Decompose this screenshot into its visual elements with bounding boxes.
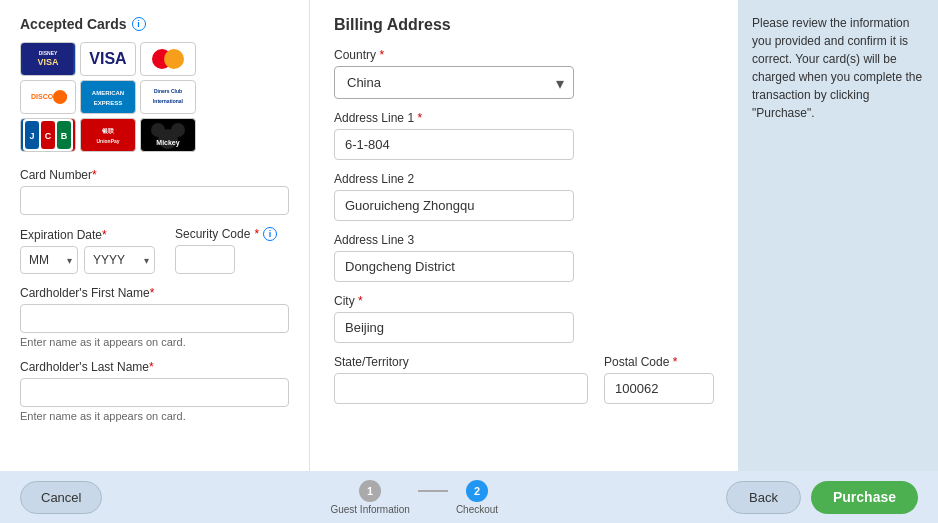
postal-code-input[interactable] [604, 373, 714, 404]
svg-point-24 [151, 123, 165, 137]
state-postal-row: State/Territory Postal Code * [334, 355, 714, 404]
cardholder-first-name-label: Cardholder's First Name* [20, 286, 289, 300]
svg-text:J: J [29, 131, 34, 141]
purchase-button[interactable]: Purchase [811, 481, 918, 514]
accepted-cards-title: Accepted Cards i [20, 16, 289, 32]
svg-text:AMERICAN: AMERICAN [92, 90, 124, 96]
svg-rect-9 [143, 81, 193, 113]
checkout-circle: 2 [466, 480, 488, 502]
expiration-group: Expiration Date* MM 010203 040506 070809… [20, 228, 155, 274]
svg-rect-19 [83, 119, 133, 151]
tooltip-text: Please review the information you provid… [752, 16, 922, 120]
discover-card-logo: DISCOVER [20, 80, 76, 114]
address-line2-label: Address Line 2 [334, 172, 714, 186]
progress-bar: 1 Guest Information 2 Checkout [330, 480, 498, 515]
expiration-dropdowns: MM 010203 040506 070809 101112 ▾ YYYY 20… [20, 246, 155, 274]
country-select[interactable]: China United States Japan United Kingdom… [334, 66, 574, 99]
month-select[interactable]: MM 010203 040506 070809 101112 [20, 246, 78, 274]
last-name-hint: Enter name as it appears on card. [20, 410, 289, 422]
cardholder-last-name-label: Cardholder's Last Name* [20, 360, 289, 374]
card-number-group: Card Number* [20, 168, 289, 215]
cardholder-first-name-input[interactable] [20, 304, 289, 333]
right-panel: Billing Address Country * China United S… [310, 0, 738, 471]
back-button[interactable]: Back [726, 481, 801, 514]
city-input[interactable] [334, 312, 574, 343]
svg-text:DISNEY: DISNEY [39, 50, 58, 56]
svg-point-25 [171, 123, 185, 137]
city-group: City * [334, 294, 714, 343]
address-line2-input[interactable] [334, 190, 574, 221]
address-line3-group: Address Line 3 [334, 233, 714, 282]
address-line1-label: Address Line 1 * [334, 111, 714, 125]
svg-text:VISA: VISA [37, 57, 59, 67]
country-label: Country * [334, 48, 714, 62]
security-code-label-row: Security Code* i [175, 227, 289, 241]
unionpay-card-logo: 银联 UnionPay [80, 118, 136, 152]
state-territory-input[interactable] [334, 373, 588, 404]
svg-point-5 [53, 90, 67, 104]
guest-info-circle: 1 [359, 480, 381, 502]
postal-code-label: Postal Code * [604, 355, 714, 369]
address-line3-input[interactable] [334, 251, 574, 282]
card-number-label: Card Number* [20, 168, 289, 182]
city-label: City * [334, 294, 714, 308]
amex-card-logo: AMERICAN EXPRESS [80, 80, 136, 114]
mastercard-card-logo [140, 42, 196, 76]
state-territory-label: State/Territory [334, 355, 588, 369]
cardholder-first-name-group: Cardholder's First Name* Enter name as i… [20, 286, 289, 348]
guest-info-label: Guest Information [330, 504, 409, 515]
address-line3-label: Address Line 3 [334, 233, 714, 247]
svg-text:B: B [61, 131, 68, 141]
address-line1-group: Address Line 1 * [334, 111, 714, 160]
postal-code-group: Postal Code * [604, 355, 714, 404]
cancel-button[interactable]: Cancel [20, 481, 102, 514]
accepted-cards-info-icon[interactable]: i [132, 17, 146, 31]
year-select[interactable]: YYYY 202420252026 202720282029 [84, 246, 155, 274]
svg-rect-6 [83, 81, 133, 113]
right-buttons: Back Purchase [726, 481, 918, 514]
security-code-info-icon[interactable]: i [263, 227, 277, 241]
svg-text:C: C [45, 131, 52, 141]
exp-security-row: Expiration Date* MM 010203 040506 070809… [20, 227, 289, 274]
bottom-bar: Cancel 1 Guest Information 2 Checkout Ba… [0, 471, 938, 523]
svg-text:Diners Club: Diners Club [154, 88, 182, 94]
svg-text:EXPRESS: EXPRESS [94, 100, 122, 106]
checkout-step: 2 Checkout [456, 480, 498, 515]
cardholder-last-name-input[interactable] [20, 378, 289, 407]
svg-text:银联: 银联 [101, 127, 115, 134]
year-select-wrapper: YYYY 202420252026 202720282029 ▾ [84, 246, 155, 274]
visa-card-logo: VISA [80, 42, 136, 76]
state-territory-group: State/Territory [334, 355, 588, 404]
address-line2-group: Address Line 2 [334, 172, 714, 221]
security-code-group: Security Code* i [175, 227, 289, 274]
address-line1-input[interactable] [334, 129, 574, 160]
expiration-label: Expiration Date* [20, 228, 155, 242]
month-select-wrapper: MM 010203 040506 070809 101112 ▾ [20, 246, 78, 274]
security-code-input[interactable] [175, 245, 235, 274]
billing-address-title: Billing Address [334, 16, 714, 34]
cardholder-last-name-group: Cardholder's Last Name* Enter name as it… [20, 360, 289, 422]
svg-text:Mickey: Mickey [156, 139, 179, 147]
card-number-input[interactable] [20, 186, 289, 215]
disney-visa-card-logo: DISNEY VISA [20, 42, 76, 76]
jcb-card-logo: J C B [20, 118, 76, 152]
svg-text:International: International [153, 98, 184, 104]
diners-card-logo: Diners Club International [140, 80, 196, 114]
left-panel: Accepted Cards i DISNEY VISA VISA [0, 0, 310, 471]
mickey-card-logo: Mickey [140, 118, 196, 152]
guest-info-step: 1 Guest Information [330, 480, 409, 515]
country-group: Country * China United States Japan Unit… [334, 48, 714, 99]
step-connector [418, 490, 448, 492]
tooltip-panel: Please review the information you provid… [738, 0, 938, 471]
card-logos-grid: DISNEY VISA VISA DISCOVER [20, 42, 289, 152]
first-name-hint: Enter name as it appears on card. [20, 336, 289, 348]
svg-text:UnionPay: UnionPay [96, 138, 119, 144]
checkout-label: Checkout [456, 504, 498, 515]
country-select-wrapper: China United States Japan United Kingdom… [334, 66, 574, 99]
